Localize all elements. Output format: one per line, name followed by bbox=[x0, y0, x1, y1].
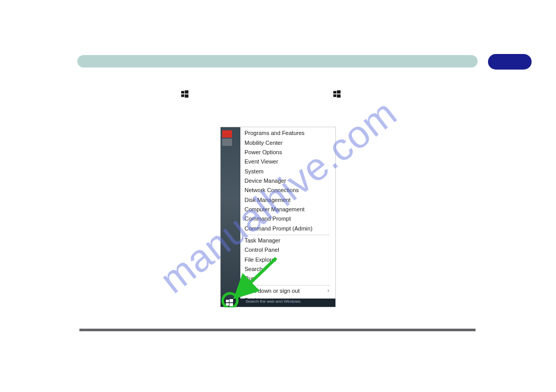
svg-rect-1 bbox=[185, 90, 188, 93]
winx-menu-figure: Programs and Features Mobility Center Po… bbox=[220, 127, 336, 307]
menu-item-run[interactable]: Run bbox=[240, 274, 333, 283]
svg-rect-2 bbox=[181, 94, 184, 97]
menu-item-system[interactable]: System bbox=[240, 167, 333, 176]
desktop-strip bbox=[221, 127, 240, 307]
svg-rect-10 bbox=[226, 303, 229, 306]
taskbar-app-gray bbox=[222, 139, 232, 146]
horizontal-rule bbox=[79, 329, 476, 331]
chevron-right-icon: › bbox=[328, 288, 329, 294]
svg-rect-8 bbox=[226, 300, 229, 302]
menu-item-search[interactable]: Search bbox=[240, 265, 333, 274]
menu-item-mobility-center[interactable]: Mobility Center bbox=[240, 138, 333, 147]
svg-rect-7 bbox=[337, 94, 341, 98]
taskbar-app-red bbox=[222, 130, 232, 138]
svg-rect-3 bbox=[185, 94, 188, 98]
menu-item-command-prompt-admin[interactable]: Command Prompt (Admin) bbox=[240, 224, 333, 233]
menu-item-computer-management[interactable]: Computer Management bbox=[240, 205, 333, 214]
menu-item-control-panel[interactable]: Control Panel bbox=[240, 246, 333, 255]
taskbar-search-hint: Search the web and Windows bbox=[246, 299, 301, 304]
taskbar: Search the web and Windows bbox=[221, 299, 335, 307]
svg-rect-5 bbox=[337, 90, 341, 93]
menu-item-shutdown-signout[interactable]: Shut down or sign out › bbox=[240, 287, 333, 296]
menu-item-network-connections[interactable]: Network Connections bbox=[240, 186, 333, 195]
menu-item-command-prompt[interactable]: Command Prompt bbox=[240, 214, 333, 224]
svg-rect-4 bbox=[333, 91, 336, 93]
menu-item-device-manager[interactable]: Device Manager bbox=[240, 177, 333, 186]
svg-rect-9 bbox=[229, 299, 233, 302]
windows-logo-icon bbox=[333, 90, 341, 98]
svg-rect-0 bbox=[181, 91, 184, 93]
svg-rect-6 bbox=[333, 94, 336, 97]
menu-item-label: Shut down or sign out bbox=[245, 288, 300, 294]
start-button[interactable] bbox=[226, 299, 233, 306]
menu-item-power-options[interactable]: Power Options bbox=[240, 148, 333, 157]
menu-separator bbox=[243, 285, 330, 286]
svg-rect-11 bbox=[229, 303, 233, 306]
menu-item-event-viewer[interactable]: Event Viewer bbox=[240, 157, 333, 167]
header-pill bbox=[488, 54, 532, 70]
winx-menu: Programs and Features Mobility Center Po… bbox=[240, 129, 333, 299]
windows-logo-icon bbox=[181, 90, 188, 98]
menu-separator bbox=[243, 235, 330, 235]
menu-item-file-explorer[interactable]: File Explorer bbox=[240, 255, 333, 264]
menu-item-disk-management[interactable]: Disk Management bbox=[240, 195, 333, 205]
menu-item-task-manager[interactable]: Task Manager bbox=[240, 236, 333, 246]
header-bar bbox=[77, 55, 478, 67]
menu-item-programs-features[interactable]: Programs and Features bbox=[240, 129, 333, 138]
